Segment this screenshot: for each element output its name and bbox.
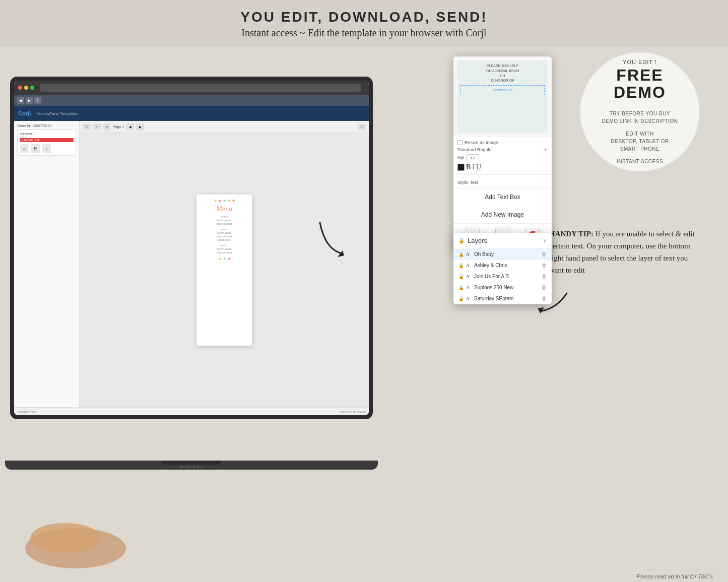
header-subtitle: Instant access ~ Edit the template in yo… bbox=[0, 27, 728, 39]
layer-name-join-us: Join Us For A B bbox=[474, 274, 540, 279]
menu-section-entree-title: entrée bbox=[201, 215, 248, 218]
nav-back-btn[interactable]: ◀ bbox=[17, 97, 24, 104]
menu-section-dessert-title: dessert bbox=[201, 244, 248, 247]
star-icon: ★ bbox=[223, 199, 226, 203]
approve-btn[interactable]: ✓ bbox=[42, 144, 51, 153]
arrow-1 bbox=[315, 218, 355, 260]
star-icon: ★ bbox=[218, 256, 222, 261]
demo-link: DEMO LINK IN DESCRIPTION bbox=[602, 117, 678, 125]
star-icon: ★ bbox=[227, 256, 231, 261]
menu-section-entree-items: Lorem ipsumdolor sit amet bbox=[201, 219, 248, 226]
layer-delete-icon[interactable]: 🗑 bbox=[542, 251, 547, 257]
corjl-logo: Corjl. bbox=[18, 110, 32, 116]
status-info: You have no issues bbox=[340, 410, 366, 413]
layer-lock-icon: 🔒 bbox=[458, 274, 464, 279]
resize-label: Resize as Image bbox=[465, 140, 498, 145]
demo-try-before: TRY BEFORE YOU BUY bbox=[610, 110, 670, 117]
macbook-label: MacBook Pro bbox=[179, 466, 203, 469]
menu-card: ★ ★ ★ ★ ★ Menu entrée bbox=[196, 195, 252, 346]
layer-item-oh-baby[interactable]: 🔒 A Oh Baby 🗑 bbox=[453, 249, 552, 260]
layer-lock-icon: 🔒 bbox=[458, 296, 464, 301]
sidebar-order-id: Order Id: 1509758194 bbox=[17, 124, 76, 127]
star-icon: ★ bbox=[227, 199, 231, 203]
invitation-selection[interactable]: selected text bbox=[460, 85, 545, 95]
handy-tip-label: HANDY TIP: bbox=[549, 230, 593, 238]
nav-forward-btn[interactable]: ▶ bbox=[26, 97, 33, 104]
layer-type-icon: A bbox=[466, 285, 472, 290]
layer-lock-icon: 🔒 bbox=[458, 285, 464, 290]
layer-item-ashley-chris[interactable]: 🔒 A Ashley & Chris 🗑 bbox=[453, 260, 552, 271]
star-icon: ★ bbox=[218, 199, 222, 203]
browser-minimize-btn[interactable] bbox=[24, 86, 28, 90]
color-swatch[interactable] bbox=[457, 164, 465, 171]
layer-name-ashley-chris: Ashley & Chris bbox=[474, 263, 540, 268]
nav-refresh-btn[interactable]: ↻ bbox=[34, 97, 41, 104]
browser-url-bar[interactable] bbox=[40, 84, 361, 92]
star-icon: ★ bbox=[232, 199, 235, 203]
layer-type-icon: A bbox=[466, 274, 472, 279]
status-bar: Collapse Menu You have no issues bbox=[14, 407, 369, 415]
save-changes-btn[interactable]: 💾 bbox=[31, 144, 40, 153]
footer-text: Please read ad in full for T&C's bbox=[637, 573, 713, 579]
style-text-row: Style: Text bbox=[453, 175, 552, 188]
layer-delete-icon[interactable]: 🗑 bbox=[542, 263, 547, 268]
svg-marker-2 bbox=[338, 250, 344, 257]
browser-maximize-btn[interactable] bbox=[30, 86, 34, 90]
arrow-1-svg bbox=[315, 218, 355, 258]
invitation-text: PLEASE JOIN US FOR A BRIDAL BRUNCHIN HON… bbox=[460, 63, 545, 83]
toolbar-prev[interactable]: ◀ bbox=[126, 123, 134, 131]
add-text-box-btn[interactable]: Add Text Box bbox=[453, 188, 552, 206]
demo-circle: YOU EDIT ! FREE DEMO TRY BEFORE YOU BUY … bbox=[579, 51, 700, 172]
add-new-image-btn[interactable]: Add New Image bbox=[453, 206, 552, 224]
panel-color-row: B I U bbox=[457, 163, 548, 171]
toolbar-zoom-out[interactable]: 🔍 bbox=[83, 123, 91, 131]
header-banner: YOU EDIT, DOWNLOAD, SEND! Instant access… bbox=[0, 0, 728, 46]
underline-btn[interactable]: U bbox=[476, 163, 481, 171]
incomplete-badge: ● INCOMPLETE bbox=[20, 138, 74, 142]
menu-section-dessert: dessert Lorem ipsumdolor sit amet bbox=[201, 244, 248, 254]
layer-type-icon: A bbox=[466, 251, 472, 257]
size-input[interactable] bbox=[467, 154, 479, 161]
menu-section-main: main Lorem ipsumdolor sit ametconsectetu… bbox=[201, 228, 248, 242]
status-text: Collapse Menu bbox=[17, 410, 37, 413]
browser-close-btn[interactable] bbox=[18, 86, 22, 90]
layer-item-join-us[interactable]: 🔒 A Join Us For A B 🗑 bbox=[453, 271, 552, 282]
invitation-bg: PLEASE JOIN US FOR A BRIDAL BRUNCHIN HON… bbox=[457, 60, 548, 133]
invitation-selected-text: selected text bbox=[463, 88, 542, 93]
menu-stars-top: ★ ★ ★ ★ ★ bbox=[201, 199, 248, 203]
star-icon: ★ bbox=[223, 256, 226, 261]
reset-original-btn[interactable]: ↩ bbox=[20, 144, 29, 153]
toolbar-orders[interactable]: 🛒 bbox=[358, 123, 366, 131]
toolbar-page: Page 1 bbox=[113, 125, 124, 128]
resize-checkbox[interactable] bbox=[457, 140, 462, 145]
svg-point-1 bbox=[30, 523, 101, 553]
layer-delete-icon[interactable]: 🗑 bbox=[542, 274, 547, 279]
panel-resize-row: Resize as Image bbox=[457, 140, 548, 145]
layer-name-oh-baby: Oh Baby bbox=[474, 251, 540, 257]
main-area: ◀ ▶ ↻ Corjl. NoorayParty Templates bbox=[0, 46, 728, 582]
toolbar-next[interactable]: ▶ bbox=[136, 123, 144, 131]
corjl-toolbar: 🔍 + ⊡ Page 1 ◀ ▶ 🛒 bbox=[80, 121, 369, 133]
menu-stars-bottom: ★ ★ ★ bbox=[201, 256, 248, 261]
sidebar-icons: ↩ 💾 ✓ bbox=[20, 144, 74, 153]
handy-tip-text: HANDY TIP: If you are unable to select &… bbox=[549, 228, 700, 276]
style-text-label: Style: Text bbox=[457, 180, 478, 185]
corjl-nav-text: NoorayParty Templates bbox=[36, 111, 78, 116]
corjl-body: Order Id: 1509758194 best item 0 1 of 1 … bbox=[14, 121, 369, 407]
bold-btn[interactable]: B bbox=[466, 163, 471, 171]
menu-section-entree: entrée Lorem ipsumdolor sit amet bbox=[201, 215, 248, 226]
corjl-sidebar: Order Id: 1509758194 best item 0 1 of 1 … bbox=[14, 121, 80, 407]
layers-chevron-icon: ∨ bbox=[543, 238, 547, 243]
demo-instant-access: INSTANT ACCESS bbox=[617, 158, 663, 165]
layer-name-saturday: Saturday SEptem bbox=[474, 296, 540, 301]
toolbar-fit[interactable]: ⊡ bbox=[103, 123, 111, 131]
font-expand-icon: ▼ bbox=[544, 148, 548, 152]
menu-section-main-items: Lorem ipsumdolor sit ametconsectetur bbox=[201, 231, 248, 242]
layers-title: Layers bbox=[468, 237, 543, 244]
layers-header[interactable]: 🔒 Layers ∨ bbox=[453, 233, 552, 249]
toolbar-zoom-in[interactable]: + bbox=[93, 123, 101, 131]
demo-smart-phone: SMART PHONE bbox=[620, 145, 659, 153]
italic-btn[interactable]: I bbox=[472, 163, 475, 171]
laptop-notch bbox=[161, 461, 222, 465]
size-label: Hpl bbox=[457, 155, 465, 160]
